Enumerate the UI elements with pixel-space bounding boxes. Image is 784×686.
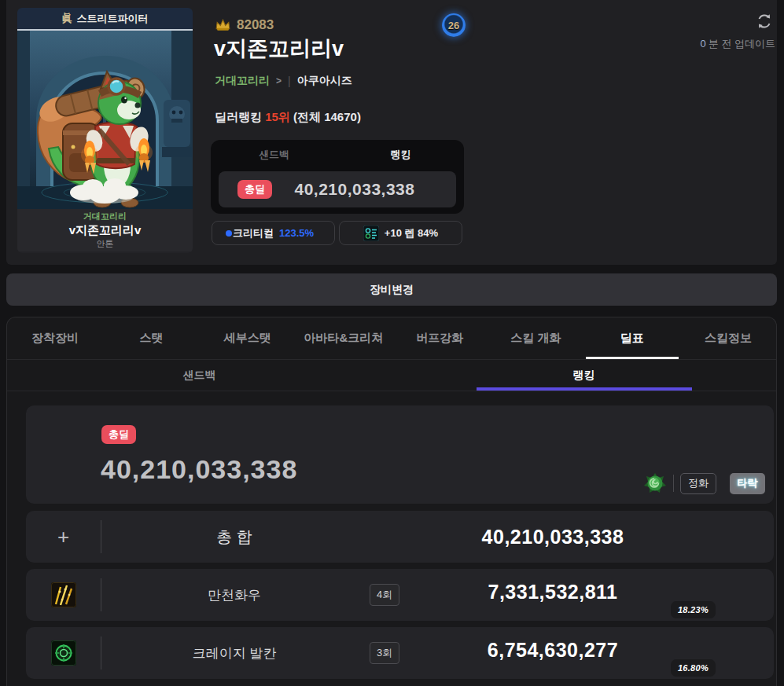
buff-level-icon: [363, 226, 379, 241]
damage-summary-box: 샌드백 랭킹 총딜 40,210,033,338: [211, 140, 464, 214]
portrait-job: 거대꼬리리: [83, 211, 127, 222]
tab-buff-enhance[interactable]: 버프강화: [392, 317, 488, 359]
updated-minutes: 0: [701, 38, 706, 50]
corrupt-button[interactable]: 타락: [730, 473, 765, 494]
blue-dot-icon: [226, 230, 232, 237]
portrait-server: 안톤: [97, 238, 114, 250]
fame-crown-icon: [215, 19, 231, 31]
tab-skill-bloom[interactable]: 스킬 개화: [488, 317, 583, 359]
summary-tab-ranking[interactable]: 랭킹: [337, 148, 464, 162]
equipment-change-button[interactable]: 장비변경: [6, 273, 777, 306]
total-damage-box: 총딜 40,210,033,338: [219, 171, 456, 207]
manchonhwau-skill-icon: [51, 582, 76, 607]
fame-value: 82083: [237, 17, 274, 33]
refresh-icon[interactable]: [756, 13, 773, 30]
skill-damage-share: 16.80%: [671, 659, 716, 677]
skill-name: 만천화우: [101, 569, 368, 621]
skill-damage-share: 18.23%: [671, 601, 716, 618]
tab-damage-table[interactable]: 딜표: [584, 317, 680, 359]
dealer-ranking-total: (전체 14670): [290, 110, 361, 123]
breadcrumb-job[interactable]: 거대꼬리리: [215, 74, 270, 88]
profile-panel: 眞 스트리트파이터: [6, 0, 777, 265]
total-damage-card: 총딜 40,210,033,338 정화 타락: [26, 405, 774, 504]
buff-level-box: +10 렙 84%: [339, 221, 462, 245]
character-art: [17, 31, 193, 209]
summary-tab-sandbag[interactable]: 샌드백: [211, 148, 337, 162]
skill-hit-count: 4회: [370, 584, 399, 606]
table-row-skill[interactable]: 만천화우 4회 7,331,532,811 18.23%: [26, 569, 774, 621]
damage-summary-tabs: 샌드백 랭킹: [211, 140, 464, 170]
critical-value: 123.5%: [279, 227, 314, 239]
dealer-ranking-label: 딜러랭킹: [215, 110, 265, 123]
skill-damage-value: 7,331,532,811: [435, 566, 671, 618]
total-row-label: 총 합: [101, 511, 368, 563]
tab-equipped-gear[interactable]: 장착장비: [7, 317, 103, 359]
subtab-ranking[interactable]: 랭킹: [392, 360, 776, 391]
breadcrumb-divider: |: [288, 75, 291, 87]
breadcrumb: 거대꼬리리 > | 아쿠아시즈: [215, 74, 352, 88]
total-damage-value-large: 40,210,033,338: [101, 454, 297, 485]
character-portrait-card: 眞 스트리트파이터: [17, 8, 193, 253]
jin-mark: 眞: [62, 12, 73, 26]
total-row-value: 40,210,033,338: [435, 511, 671, 563]
character-title: 스트리트파이터: [77, 12, 149, 26]
main-tab-bar: 장착장비 스탯 세부스탯 아바타&크리쳐 버프강화 스킬 개화 딜표 스킬정보: [7, 317, 776, 360]
critical-chance-box: 크리티컬 123.5%: [212, 221, 335, 245]
portrait-nameplate: 거대꼬리리 v지존꼬리리v 안톤: [17, 209, 193, 251]
tab-skill-info[interactable]: 스킬정보: [680, 317, 776, 359]
character-title-bar: 眞 스트리트파이터: [17, 8, 193, 31]
buff-level-label: +10 렙 84%: [385, 226, 438, 240]
fame-row: 82083: [215, 17, 274, 33]
controls-divider: [673, 475, 674, 492]
dealer-ranking-value: 15위: [265, 110, 290, 123]
level-26-value: 26: [448, 20, 459, 31]
subtab-sandbag[interactable]: 샌드백: [7, 360, 392, 391]
expand-plus-icon[interactable]: +: [57, 526, 69, 547]
green-rose-icon[interactable]: [643, 471, 667, 495]
chevron-right-icon: >: [276, 75, 282, 86]
dealer-ranking-line: 딜러랭킹 15위 (전체 14670): [215, 110, 361, 125]
tab-avatar-creature[interactable]: 아바타&크리쳐: [296, 317, 392, 359]
updated-suffix: 분 전 업데이트: [709, 38, 775, 50]
table-row-total[interactable]: + 총 합 40,210,033,338: [26, 511, 774, 563]
critical-label: 크리티컬: [233, 226, 274, 240]
skill-hit-count: 3회: [370, 642, 399, 664]
total-damage-badge: 총딜: [237, 180, 272, 199]
skill-name: 크레이지 발칸: [101, 627, 368, 679]
damage-mode-controls: 정화 타락: [643, 471, 765, 495]
total-damage-badge-large: 총딜: [101, 425, 136, 444]
last-updated-text: 0분 전 업데이트: [701, 37, 775, 51]
tab-detail-stats[interactable]: 세부스탯: [200, 317, 296, 359]
tab-stats[interactable]: 스탯: [103, 317, 199, 359]
portrait-name: v지존꼬리리v: [69, 222, 142, 238]
purify-button[interactable]: 정화: [680, 473, 716, 494]
character-name: v지존꼬리리v: [214, 35, 344, 63]
damage-table-content: 총딜 40,210,033,338 정화 타락 + 총 합 40,210,033…: [7, 391, 776, 679]
skill-damage-value: 6,754,630,277: [435, 624, 671, 676]
total-damage-value: 40,210,033,338: [272, 180, 437, 199]
crazy-vulcan-skill-icon: [51, 640, 76, 666]
level-26-badge: 26: [442, 13, 466, 37]
sub-tab-bar: 샌드백 랭킹: [7, 360, 776, 391]
detail-panel: 장착장비 스탯 세부스탯 아바타&크리쳐 버프강화 스킬 개화 딜표 스킬정보 …: [6, 317, 777, 686]
table-row-skill[interactable]: 크레이지 발칸 3회 6,754,630,277 16.80%: [26, 627, 774, 679]
breadcrumb-group: 아쿠아시즈: [297, 74, 352, 88]
